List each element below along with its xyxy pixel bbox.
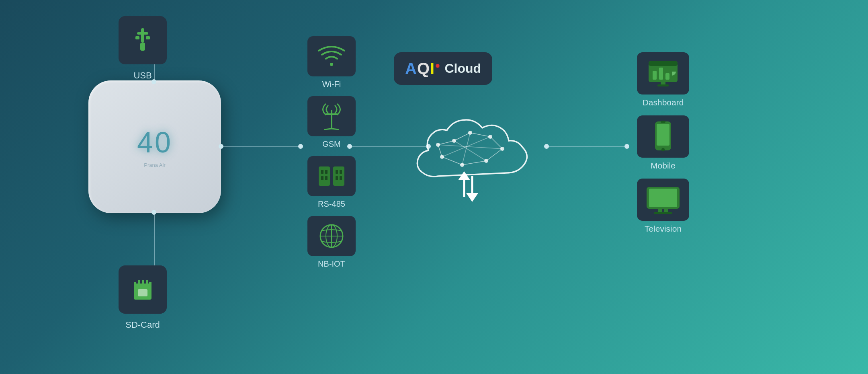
svg-point-44 — [488, 135, 492, 139]
svg-rect-3 — [146, 36, 150, 39]
svg-rect-24 — [336, 176, 338, 180]
gsm-icon-box — [307, 96, 356, 136]
svg-rect-6 — [134, 282, 136, 289]
wifi-icon — [317, 45, 346, 68]
usb-module — [119, 16, 167, 64]
rs485-icon — [317, 164, 346, 188]
svg-rect-8 — [142, 280, 144, 288]
dashboard-icon-box — [637, 52, 689, 95]
svg-rect-12 — [331, 110, 332, 129]
nbiot-icon-box — [307, 216, 356, 256]
outputs-column: Dashboard Mobile — [635, 52, 691, 234]
svg-rect-21 — [325, 176, 328, 180]
svg-line-32 — [490, 137, 502, 149]
connector-cloud-output — [547, 146, 627, 147]
svg-rect-7 — [138, 280, 140, 288]
aqi-dot: ● — [435, 60, 440, 70]
dot-usb — [151, 79, 156, 84]
svg-rect-23 — [340, 170, 342, 174]
svg-line-14 — [324, 129, 332, 129]
svg-rect-19 — [325, 170, 328, 174]
svg-rect-57 — [659, 68, 663, 80]
svg-rect-22 — [336, 170, 338, 174]
dashboard-icon — [647, 60, 679, 88]
protocol-nbiot: NB-IOT — [305, 216, 358, 269]
wifi-icon-box — [307, 36, 356, 76]
usb-icon — [134, 28, 151, 52]
svg-rect-16 — [319, 166, 330, 186]
svg-point-48 — [440, 155, 444, 159]
svg-rect-25 — [340, 176, 342, 180]
dot-proto-right — [347, 144, 352, 149]
protocols-column: Wi-Fi GSM — [305, 36, 358, 269]
dashboard-label: Dashboard — [643, 98, 684, 107]
gsm-icon — [317, 102, 346, 130]
svg-point-49 — [436, 143, 440, 147]
device-box: 40 Prana Air — [88, 80, 221, 213]
cloud-word: Cloud — [444, 61, 481, 76]
wifi-label: Wi-Fi — [322, 80, 341, 89]
svg-rect-55 — [649, 61, 678, 66]
aqi-logo-text: AQI● — [405, 60, 440, 78]
mobile-icon-box — [637, 115, 689, 158]
output-mobile: Mobile — [635, 115, 691, 171]
nbiot-label: NB-IOT — [318, 259, 345, 269]
output-dashboard: Dashboard — [635, 52, 691, 107]
svg-rect-17 — [333, 166, 344, 186]
svg-rect-10 — [149, 282, 151, 289]
mobile-icon — [653, 121, 674, 153]
svg-point-46 — [484, 159, 488, 163]
protocol-gsm: GSM — [305, 96, 358, 149]
cloud-visual — [382, 92, 547, 217]
nbiot-icon — [317, 222, 346, 250]
svg-rect-13 — [325, 113, 338, 115]
svg-rect-1 — [137, 32, 148, 35]
svg-line-15 — [332, 129, 339, 129]
cloud-svg — [382, 92, 547, 217]
usb-label: USB — [133, 70, 151, 81]
device-number: 40 — [137, 126, 172, 159]
svg-rect-20 — [321, 176, 323, 180]
svg-point-42 — [452, 139, 456, 143]
rs485-label: RS-485 — [318, 199, 345, 209]
svg-point-47 — [460, 163, 464, 167]
svg-line-39 — [462, 133, 470, 165]
sdcard-icon — [132, 278, 153, 301]
svg-rect-62 — [657, 124, 669, 146]
svg-point-45 — [500, 147, 504, 151]
mobile-label: Mobile — [651, 161, 676, 171]
svg-point-43 — [468, 131, 472, 135]
svg-line-34 — [462, 161, 486, 165]
svg-rect-9 — [146, 280, 148, 288]
svg-rect-60 — [657, 84, 669, 86]
svg-line-37 — [438, 141, 454, 145]
svg-line-31 — [470, 133, 490, 137]
svg-rect-64 — [661, 121, 665, 123]
dot-proto-left — [298, 144, 303, 149]
aqi-q: Q — [417, 60, 430, 77]
television-icon — [645, 185, 681, 214]
svg-rect-56 — [653, 71, 657, 80]
dot-device-right — [219, 144, 223, 149]
svg-marker-53 — [466, 193, 478, 202]
television-label: Television — [645, 224, 682, 234]
dot-output-left — [624, 144, 629, 149]
svg-line-35 — [442, 157, 462, 165]
svg-rect-11 — [138, 289, 147, 296]
svg-line-38 — [454, 141, 486, 161]
svg-rect-66 — [649, 189, 677, 207]
aqi-a: A — [405, 60, 417, 77]
scene: 40 Prana Air USB SD-Card — [0, 0, 868, 374]
aqi-i: I — [430, 60, 435, 77]
connector-device-proto — [221, 146, 301, 147]
connector-sdcard-bottom — [154, 213, 155, 265]
protocol-rs485: RS-485 — [305, 156, 358, 209]
dot-sdcard — [151, 210, 156, 215]
svg-rect-2 — [135, 36, 139, 39]
gsm-label: GSM — [322, 140, 341, 149]
svg-point-63 — [661, 148, 665, 151]
television-icon-box — [637, 179, 689, 221]
protocol-wifi: Wi-Fi — [305, 36, 358, 89]
rs485-icon-box — [307, 156, 356, 196]
svg-rect-58 — [665, 73, 669, 80]
